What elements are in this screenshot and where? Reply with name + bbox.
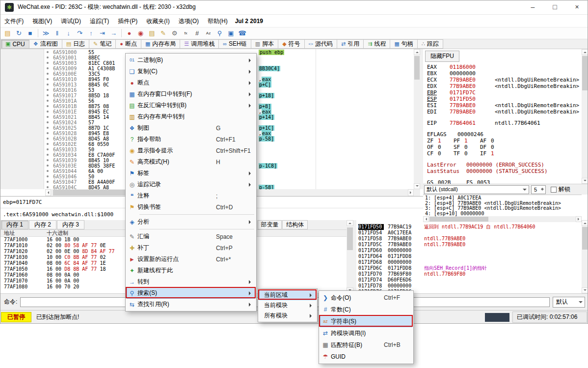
step-over-button[interactable]: ↷	[74, 28, 85, 38]
menu-item-analysis[interactable]: ◈分析	[127, 216, 255, 227]
dump-tab-dump1[interactable]: 内存 1	[1, 220, 28, 229]
unlock-checkbox[interactable]	[551, 187, 557, 193]
args-hscrollbar-thumb[interactable]	[429, 217, 488, 222]
menu-item-string-references[interactable]: az字符串(S)	[320, 315, 412, 327]
menu-item-follow-in-disasm[interactable]: ▤在反汇编中转到(B)	[127, 100, 255, 111]
menu-item-current-region[interactable]: 当前区域	[259, 290, 316, 300]
remote-button[interactable]: ☎	[237, 28, 248, 38]
breakpoints-button[interactable]: ●	[124, 28, 135, 38]
menu-item-binary[interactable]: 01二进制(B)	[127, 55, 255, 66]
menu-item-breakpoint[interactable]: ●断点	[127, 77, 255, 88]
modules-button[interactable]: #	[191, 28, 203, 38]
menu-item-goto[interactable]: →转到	[127, 276, 255, 287]
stack-row[interactable]: 0171FD7077B69F80ntdll.77B69F80	[356, 271, 582, 277]
pause-button[interactable]: ‖	[52, 28, 63, 38]
breakpoint-dot[interactable]	[47, 170, 49, 172]
menu-item-guid[interactable]: ☂GUID	[320, 351, 412, 363]
spinner-down-icon[interactable]	[541, 189, 544, 192]
menu-item-intermodular-calls[interactable]: ⇄跨模块调用(I)	[320, 327, 412, 339]
disasm-vscrollbar-arrow-end[interactable]	[414, 183, 420, 189]
tab-references[interactable]: ⇄引用	[337, 39, 364, 49]
dump-vscrollbar-thumb[interactable]	[347, 227, 353, 250]
trace-button[interactable]: ◉	[135, 28, 146, 38]
arg-count-spinner[interactable]: 5	[531, 185, 546, 194]
step-out-button[interactable]: ↑	[85, 28, 97, 38]
arguments-panel[interactable]: 1: [esp+4] A0C17EEA2: [esp+8] 77B9ABE0 <…	[423, 195, 582, 216]
open-file-button[interactable]: ▤	[2, 28, 13, 38]
menu-item-patch[interactable]: ✚补丁Ctrl+P	[127, 242, 255, 254]
minimize-button[interactable]: –	[522, 0, 544, 15]
tab-script[interactable]: ▥脚本	[251, 39, 278, 49]
dump-tab-locals-partial[interactable]: 部变量	[258, 220, 282, 229]
tab-source[interactable]: <>源代码	[304, 39, 337, 49]
stack-row[interactable]: 0171FD6C0171FDD8指向SEH_Record[1]的指针	[356, 265, 582, 271]
menu-item-command[interactable]: ❯命令(O)Ctrl+F	[320, 292, 412, 304]
menubar-item[interactable]: 插件(P)	[113, 15, 142, 28]
breakpoint-dot[interactable]	[47, 111, 49, 113]
dump-tab-dump3[interactable]: 内存 3	[57, 220, 84, 229]
stack-vscrollbar-thumb[interactable]	[582, 227, 588, 250]
breakpoint-dot[interactable]	[47, 73, 49, 75]
menubar-item[interactable]: 调试(D)	[56, 15, 85, 28]
tab-trace[interactable]: ∴跟踪	[417, 39, 443, 49]
command-profile-select[interactable]: 默认	[553, 297, 585, 308]
menu-item-new-thread-here[interactable]: ✦新建线程于此	[127, 265, 255, 276]
menu-item-highlight-mode[interactable]: ✎高亮模式(H)H	[127, 156, 255, 168]
breakpoint-dot[interactable]	[47, 62, 49, 64]
disasm-hscrollbar-arrow-start[interactable]	[45, 189, 51, 196]
breakpoint-dot[interactable]	[47, 175, 49, 177]
skip-button[interactable]: →	[108, 28, 119, 38]
dump-vscrollbar-arrow-start[interactable]	[347, 220, 353, 226]
stack-row[interactable]: 0171FD7800000000	[356, 283, 582, 289]
breakpoint-dot[interactable]	[47, 57, 49, 58]
dump-vscrollbar[interactable]	[347, 220, 353, 293]
breakpoint-dot[interactable]	[47, 186, 49, 188]
tab-log[interactable]: ▤日志	[62, 39, 89, 49]
tab-notes[interactable]: ✎笔记	[89, 39, 116, 49]
stack-panel[interactable]: 0171FD5077B9AC19返回到 ntdll.77B9AC19 自 ntd…	[356, 222, 582, 293]
breakpoint-dot[interactable]	[47, 132, 49, 134]
args-hscrollbar-arrow-end[interactable]	[576, 216, 582, 222]
menu-item-mnemonic-brief[interactable]: ◉显示指令提示Ctrl+Shift+F1	[127, 145, 255, 156]
menu-item-comment[interactable]: ❝注释;	[127, 190, 255, 201]
args-hscrollbar[interactable]	[423, 216, 582, 222]
menu-item-constant[interactable]: #常数(C)	[320, 304, 412, 315]
breakpoint-dot[interactable]	[47, 154, 49, 156]
stack-row[interactable]: 0171FD640171FDD8	[356, 254, 582, 259]
menu-item-follow-in-memory[interactable]: ▦在内存窗口中转到(F)	[127, 88, 255, 100]
menu-item-trace-record[interactable]: ◎追踪记录	[127, 179, 255, 190]
menu-item-copy[interactable]: ❏复制(C)	[127, 66, 255, 77]
tab-symbols[interactable]: ◆符号	[278, 39, 304, 49]
menubar-item[interactable]: 选项(O)	[174, 15, 203, 28]
breakpoint-dot[interactable]	[47, 89, 49, 91]
stack-row[interactable]: 0171FD6000000000	[356, 248, 582, 254]
stack-vscrollbar[interactable]	[582, 220, 588, 293]
menu-item-assemble[interactable]: ✎汇编Space	[127, 231, 255, 242]
registers-panel[interactable]: 隐藏FPU EAX01186000EBX00000000ECX77B9ABE0<…	[423, 49, 582, 184]
close-button[interactable]: ×	[566, 0, 588, 15]
settings-button[interactable]: ⚙	[169, 28, 180, 38]
breakpoint-dot[interactable]	[47, 148, 49, 150]
tab-cpu[interactable]: ▣CPU	[1, 39, 29, 49]
menubar-item[interactable]: 视图(V)	[28, 15, 56, 28]
search-button[interactable]: ⚲	[214, 28, 225, 38]
breakpoint-dot[interactable]	[47, 127, 49, 129]
breakpoint-dot[interactable]	[47, 78, 49, 80]
disasm-vscrollbar-thumb[interactable]	[414, 56, 420, 80]
notes-button[interactable]: ✎	[158, 28, 169, 38]
args-hscrollbar-arrow-start[interactable]	[423, 216, 429, 222]
breakpoint-dot[interactable]	[47, 94, 49, 96]
dump-tab-dump2[interactable]: 内存 2	[29, 220, 56, 229]
menu-item-follow-in-memmap[interactable]: ▥在内存布局中转到	[127, 111, 255, 122]
stop-button[interactable]: ■	[25, 28, 36, 38]
breakpoint-dot[interactable]	[47, 100, 49, 102]
run-to-user-code-button[interactable]: ⇥	[97, 28, 108, 38]
disasm-vscrollbar-arrow-start[interactable]	[414, 49, 420, 55]
menu-item-pattern[interactable]: ▦匹配特征(B)Ctrl+B	[320, 339, 412, 351]
stack-vscrollbar-arrow-end[interactable]	[582, 287, 588, 293]
disasm-vscrollbar[interactable]	[414, 49, 420, 189]
step-into-button[interactable]: ↓	[63, 28, 74, 38]
breakpoint-dot[interactable]	[47, 138, 49, 140]
tab-seh[interactable]: ∞SEH链	[218, 39, 251, 49]
menu-item-label[interactable]: ⚑标签	[127, 168, 255, 179]
